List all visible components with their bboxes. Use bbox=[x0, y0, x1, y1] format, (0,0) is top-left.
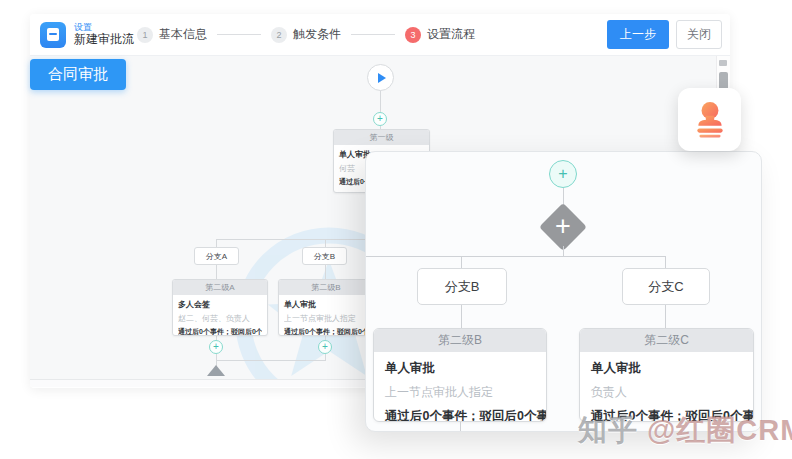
page-title: 新建审批流 bbox=[74, 33, 134, 47]
close-button[interactable]: 关闭 bbox=[676, 20, 722, 49]
approval-type: 多人会签 bbox=[178, 299, 262, 310]
connector-line bbox=[216, 360, 326, 361]
branch-b-pill[interactable]: 分支B bbox=[417, 268, 507, 305]
connector-line bbox=[665, 305, 666, 328]
branch-c-pill[interactable]: 分支C bbox=[622, 268, 710, 305]
watermark-handle: @红圈CRM bbox=[647, 414, 792, 446]
app-text: 设置 新建审批流 bbox=[74, 22, 134, 46]
step-trigger-conditions[interactable]: 2 触发条件 bbox=[271, 26, 341, 43]
document-icon bbox=[47, 28, 59, 41]
node-level2b[interactable]: 第二级B 单人审批 上一节点审批人指定 通过后0个事件；驳回后0个事件 bbox=[373, 328, 547, 422]
flow-name-badge: 合同审批 bbox=[30, 59, 126, 90]
assignee: 上一节点审批人指定 bbox=[385, 380, 535, 404]
app-icon bbox=[40, 22, 66, 48]
stamp-card bbox=[678, 88, 741, 151]
play-icon bbox=[378, 73, 386, 83]
stamp-icon bbox=[692, 101, 728, 139]
connector-line bbox=[460, 422, 461, 432]
step-number: 2 bbox=[271, 27, 287, 43]
assignee: 上一节点审批人指定 bbox=[284, 313, 368, 324]
gateway-node[interactable]: + bbox=[538, 204, 588, 250]
node-header: 第二级A bbox=[173, 280, 267, 295]
merge-arrow-icon bbox=[207, 365, 225, 376]
connector-line bbox=[216, 239, 217, 247]
add-node-icon[interactable]: + bbox=[373, 112, 387, 126]
branch-b-pill[interactable]: 分支B bbox=[302, 247, 347, 265]
connector-line bbox=[325, 239, 326, 247]
node-header: 第二级C bbox=[580, 329, 753, 352]
node-header: 第二级B bbox=[374, 329, 546, 352]
connector-line bbox=[216, 265, 217, 279]
add-node-icon[interactable]: + bbox=[318, 340, 332, 354]
connector-line bbox=[325, 265, 326, 279]
connector-line bbox=[380, 90, 381, 112]
events: 通过后0个事件；驳回后0个事件 bbox=[178, 327, 262, 336]
events: 通过后0个事件；驳回后0个事件 bbox=[385, 404, 535, 422]
step-number: 3 bbox=[405, 27, 421, 43]
wizard-topbar: 设置 新建审批流 1 基本信息 2 触发条件 3 设置流程 上一步 关闭 bbox=[30, 14, 730, 56]
gateway-plus-icon: + bbox=[538, 210, 588, 244]
node-level2c[interactable]: 第二级C 单人审批 负责人 通过后0个事件；驳回后0个事件 bbox=[579, 328, 754, 422]
node-header: 第二级B bbox=[279, 280, 373, 295]
connector-line bbox=[563, 246, 564, 256]
step-connector bbox=[351, 34, 395, 35]
step-label: 触发条件 bbox=[293, 26, 341, 43]
branch-a-pill[interactable]: 分支A bbox=[194, 247, 239, 265]
step-basic-info[interactable]: 1 基本信息 bbox=[137, 26, 207, 43]
add-node-icon[interactable]: + bbox=[549, 160, 577, 188]
node-level2b[interactable]: 第二级B 单人审批 上一节点审批人指定 通过后0个事件；驳回后0个事件 bbox=[278, 279, 374, 336]
add-node-icon[interactable]: + bbox=[209, 340, 223, 354]
previous-step-button[interactable]: 上一步 bbox=[607, 20, 669, 49]
step-connector bbox=[217, 34, 261, 35]
watermark-site: 知乎 bbox=[578, 414, 638, 446]
approval-type: 单人审批 bbox=[284, 299, 368, 310]
start-node[interactable] bbox=[367, 64, 394, 91]
connector-line bbox=[665, 256, 666, 268]
connector-line bbox=[461, 305, 462, 328]
events: 通过后0个事件；驳回后0个事件 bbox=[284, 327, 368, 336]
step-set-process[interactable]: 3 设置流程 bbox=[405, 26, 475, 43]
connector-line bbox=[366, 256, 666, 257]
topbar-buttons: 上一步 关闭 bbox=[607, 20, 722, 49]
approval-type: 单人审批 bbox=[591, 356, 742, 380]
node-level2a[interactable]: 第二级A 多人会签 赵二、何芸、负责人 通过后0个事件；驳回后0个事件 bbox=[172, 279, 268, 336]
node-header: 第一级 bbox=[334, 130, 429, 145]
step-number: 1 bbox=[137, 27, 153, 43]
wizard-steps: 1 基本信息 2 触发条件 3 设置流程 bbox=[137, 14, 475, 55]
approval-type: 单人审批 bbox=[385, 356, 535, 380]
zhihu-watermark: 知乎 @红圈CRM bbox=[578, 411, 792, 451]
step-label: 基本信息 bbox=[159, 26, 207, 43]
step-label: 设置流程 bbox=[427, 26, 475, 43]
scrollbar-top-chip[interactable] bbox=[719, 60, 727, 66]
assignee: 负责人 bbox=[591, 380, 742, 404]
connector-line bbox=[461, 256, 462, 268]
zoomed-flow-panel: + + 分支B 分支C 第二级B 单人审批 上一节点审批人指定 通过后0个事件；… bbox=[365, 151, 762, 432]
assignee: 赵二、何芸、负责人 bbox=[178, 313, 262, 324]
